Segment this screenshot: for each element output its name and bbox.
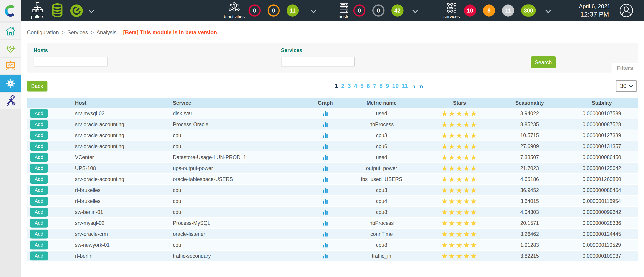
- add-button[interactable]: Add: [30, 230, 48, 239]
- page-link[interactable]: 1: [335, 83, 338, 89]
- sidebar-item-configuration[interactable]: [0, 75, 21, 92]
- next-page-icon[interactable]: ›: [413, 83, 416, 89]
- pollers-chevron-icon[interactable]: [88, 9, 95, 15]
- add-cell: Add: [27, 108, 75, 119]
- sidebar-item-administration[interactable]: [0, 93, 21, 109]
- service-cell: oracle-listener: [173, 229, 312, 239]
- column-header: Host: [75, 98, 173, 108]
- centreon-logo[interactable]: [0, 0, 21, 21]
- search-button[interactable]: Search: [531, 56, 556, 68]
- service-cell: cpu: [173, 141, 312, 151]
- status-counter[interactable]: 11: [286, 4, 299, 16]
- graph-bars-icon: [322, 231, 328, 237]
- ba-chevron-icon[interactable]: [310, 9, 317, 15]
- pollers-status[interactable]: pollers: [29, 0, 46, 21]
- stability-cell: 0.000000131357: [565, 141, 638, 151]
- add-button[interactable]: Add: [30, 175, 48, 184]
- services-chevron-icon[interactable]: [544, 9, 552, 15]
- page-link[interactable]: 7: [373, 83, 376, 89]
- page-link[interactable]: 4: [354, 83, 357, 89]
- add-button[interactable]: Add: [30, 164, 48, 173]
- last-page-icon[interactable]: »: [419, 83, 424, 89]
- service-cell: ups-output-power: [173, 163, 312, 173]
- graph-link[interactable]: [322, 220, 328, 226]
- services-icon: [446, 2, 458, 14]
- page-size-select[interactable]: 30: [616, 80, 636, 92]
- page-link[interactable]: 3: [348, 83, 351, 89]
- status-counter[interactable]: 0: [372, 4, 384, 16]
- status-counter[interactable]: 0: [248, 4, 261, 16]
- status-counter[interactable]: 8: [483, 4, 495, 16]
- graph-link[interactable]: [322, 209, 328, 215]
- graph-link[interactable]: [322, 132, 328, 138]
- add-button[interactable]: Add: [30, 186, 48, 195]
- add-button[interactable]: Add: [30, 219, 48, 228]
- seasonality-cell: 21.7023: [494, 163, 565, 173]
- user-avatar-icon[interactable]: [619, 3, 633, 18]
- ba-status[interactable]: b.activities: [220, 0, 248, 21]
- gear-icon: [5, 78, 16, 89]
- graph-bars-icon: [322, 253, 328, 259]
- status-counter[interactable]: 42: [392, 4, 404, 16]
- page-link[interactable]: 2: [341, 83, 344, 89]
- hosts-status[interactable]: hosts: [334, 0, 353, 21]
- page-link[interactable]: 8: [379, 83, 382, 89]
- seasonality-cell: 4.65186: [494, 174, 565, 184]
- graph-link[interactable]: [322, 111, 328, 117]
- add-button[interactable]: Add: [30, 120, 48, 129]
- page-link[interactable]: 11: [402, 83, 408, 89]
- sidebar-item-reporting[interactable]: [0, 58, 21, 74]
- poller-latency-gauge-icon[interactable]: [70, 3, 84, 19]
- page-link[interactable]: 6: [366, 83, 370, 89]
- host-cell: rt-berlin: [75, 251, 173, 261]
- page-link[interactable]: 9: [386, 83, 389, 89]
- add-button[interactable]: Add: [30, 109, 48, 118]
- stars-cell: ★★★★★: [425, 152, 494, 162]
- breadcrumb-item[interactable]: Configuration: [27, 29, 59, 35]
- status-counter[interactable]: 0: [268, 4, 280, 16]
- graph-link[interactable]: [322, 154, 328, 160]
- graph-link[interactable]: [322, 242, 328, 248]
- graph-link[interactable]: [322, 165, 328, 171]
- metric-cell: cpu3: [338, 130, 425, 141]
- back-button[interactable]: Back: [27, 81, 48, 91]
- filters-tab[interactable]: Filters: [612, 63, 638, 73]
- graph-cell: [312, 130, 338, 141]
- status-counter[interactable]: 11: [502, 4, 514, 16]
- graph-link[interactable]: [322, 231, 328, 237]
- clock-time: 12:37 PM: [580, 10, 609, 18]
- services-filter-input[interactable]: [281, 57, 355, 66]
- sidebar-item-home[interactable]: [0, 23, 21, 39]
- graph-link[interactable]: [322, 121, 328, 128]
- graph-cell: [312, 251, 338, 261]
- hosts-filter-input[interactable]: [34, 57, 108, 66]
- graph-link[interactable]: [322, 198, 328, 204]
- hosts-chevron-icon[interactable]: [412, 9, 419, 15]
- metric-cell: used: [338, 152, 425, 162]
- sidebar-item-monitoring[interactable]: [0, 40, 21, 57]
- graph-link[interactable]: [322, 253, 328, 259]
- add-button[interactable]: Add: [30, 208, 48, 217]
- poller-database-icon[interactable]: [50, 3, 64, 19]
- page-link[interactable]: 10: [392, 83, 398, 89]
- status-counter[interactable]: 300: [521, 4, 536, 16]
- status-counter[interactable]: 0: [353, 4, 366, 16]
- graph-link[interactable]: [322, 143, 328, 149]
- add-button[interactable]: Add: [30, 197, 48, 206]
- add-button[interactable]: Add: [30, 241, 48, 250]
- add-button[interactable]: Add: [30, 252, 48, 261]
- graph-link[interactable]: [322, 176, 328, 182]
- star-rating: ★★★★★: [441, 209, 478, 216]
- graph-link[interactable]: [322, 187, 328, 193]
- page-link[interactable]: 5: [360, 83, 364, 89]
- add-button[interactable]: Add: [30, 142, 48, 151]
- services-status[interactable]: services: [442, 0, 462, 21]
- graph-cell: [312, 207, 338, 217]
- centreon-logo-icon: [4, 4, 17, 17]
- status-counter[interactable]: 10: [464, 4, 476, 16]
- breadcrumb-item[interactable]: Services: [68, 29, 88, 35]
- breadcrumb-item[interactable]: Analysis: [96, 29, 116, 35]
- host-cell: rt-bruxelles: [75, 196, 173, 206]
- add-button[interactable]: Add: [30, 153, 48, 162]
- add-button[interactable]: Add: [30, 131, 48, 140]
